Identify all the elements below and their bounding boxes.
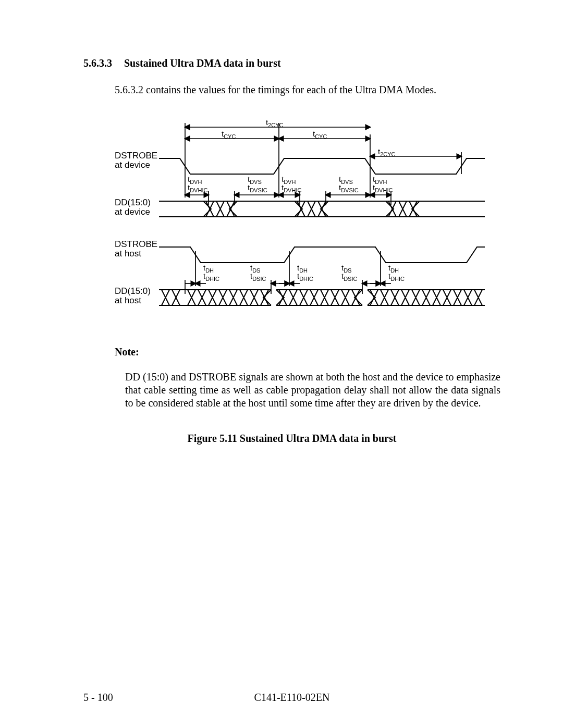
dd-device-l2: at device xyxy=(115,207,150,217)
intro-paragraph: 5.6.3.2 contains the values for the timi… xyxy=(115,84,500,96)
page: 5.6.3.3 Sustained Ultra DMA data in burs… xyxy=(0,0,563,728)
tcyc2-sub: CYC xyxy=(315,133,327,140)
timing-diagram: t2CYC tCYC tCYC t2CYC DSTROBE at device xyxy=(115,117,500,325)
dstrobe-device-l2: at device xyxy=(115,160,150,170)
section-title: Sustained Ultra DMA data in burst xyxy=(124,57,281,69)
dd-device-l1: DD(15:0) xyxy=(115,198,151,207)
dd-host-l2: at host xyxy=(115,295,141,305)
timing-diagram-svg: t2CYC tCYC tCYC t2CYC DSTROBE at device xyxy=(115,117,490,325)
section-heading: 5.6.3.3 Sustained Ultra DMA data in burs… xyxy=(83,57,500,69)
t2cyc-sub: 2CYC xyxy=(268,122,283,128)
figure-caption: Figure 5.11 Sustained Ultra DMA data in … xyxy=(83,433,500,445)
svg-text:t2CYC: t2CYC xyxy=(266,118,284,128)
content-area: 5.6.3.3 Sustained Ultra DMA data in burs… xyxy=(83,57,500,445)
dstrobe-host-l2: at host xyxy=(115,249,141,258)
svg-text:tCYC: tCYC xyxy=(222,129,236,140)
svg-text:tCYC: tCYC xyxy=(313,129,327,140)
svg-text:t2CYC: t2CYC xyxy=(378,147,396,157)
section-number: 5.6.3.3 xyxy=(83,57,112,69)
tcyc1-sub: CYC xyxy=(224,133,236,140)
document-id: C141-E110-02EN xyxy=(83,692,500,704)
dd-host-l1: DD(15:0) xyxy=(115,286,151,296)
note-body: DD (15:0) and DSTROBE signals are shown … xyxy=(125,371,500,410)
dstrobe-device-l1: DSTROBE xyxy=(115,151,157,161)
note-heading: Note: xyxy=(115,346,500,358)
dstrobe-host-l1: DSTROBE xyxy=(115,239,157,249)
t2cyc2-sub: 2CYC xyxy=(380,151,395,157)
